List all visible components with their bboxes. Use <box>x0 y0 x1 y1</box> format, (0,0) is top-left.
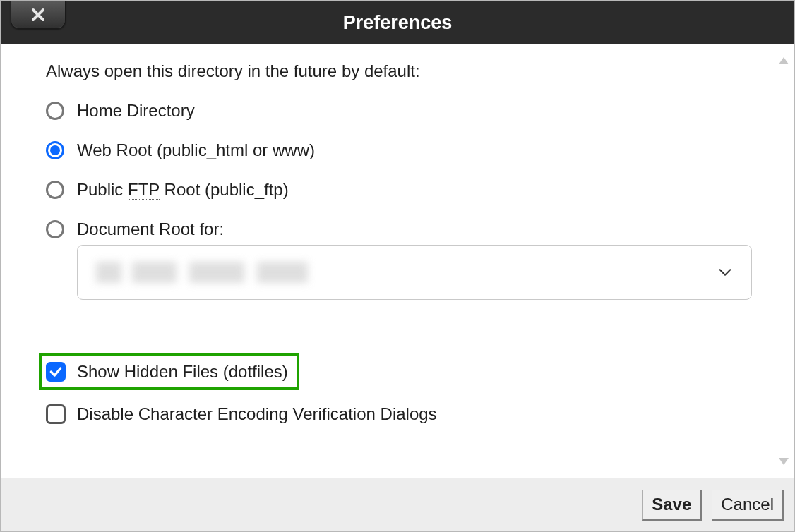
check-icon <box>49 365 63 379</box>
radio-webroot-label: Web Root (public_html or www) <box>77 140 315 160</box>
radio-docroot-row[interactable]: Document Root for: <box>46 219 773 239</box>
radio-home-label: Home Directory <box>77 101 195 121</box>
dialog-footer: Save Cancel <box>1 478 794 531</box>
radio-publicftp[interactable] <box>46 181 64 199</box>
check-show-hidden-row[interactable]: Show Hidden Files (dotfiles) <box>39 353 299 390</box>
close-icon <box>30 6 47 23</box>
prompt-text: Always open this directory in the future… <box>46 61 773 81</box>
radio-publicftp-suffix: Root (public_ftp) <box>160 180 289 199</box>
preferences-dialog: Preferences Always open this directory i… <box>0 0 795 532</box>
titlebar: Preferences <box>1 1 794 44</box>
checkbox-show-hidden[interactable] <box>46 362 66 382</box>
radio-home-row[interactable]: Home Directory <box>46 101 773 121</box>
radio-webroot[interactable] <box>46 141 64 159</box>
radio-docroot-label: Document Root for: <box>77 219 224 239</box>
check-disable-enc-row[interactable]: Disable Character Encoding Verification … <box>46 404 773 424</box>
domain-select-value <box>96 262 308 283</box>
cancel-button[interactable]: Cancel <box>712 490 784 521</box>
save-button[interactable]: Save <box>642 490 702 521</box>
scroll-up-icon[interactable] <box>779 57 789 64</box>
body-content: Always open this directory in the future… <box>1 44 773 478</box>
radio-publicftp-prefix: Public <box>77 180 128 199</box>
chevron-down-icon <box>717 265 733 280</box>
radio-home[interactable] <box>46 102 64 120</box>
check-show-hidden-label: Show Hidden Files (dotfiles) <box>77 362 288 382</box>
dialog-body: Always open this directory in the future… <box>1 44 794 478</box>
radio-publicftp-row[interactable]: Public FTP Root (public_ftp) <box>46 180 773 200</box>
radio-docroot[interactable] <box>46 220 64 238</box>
radio-publicftp-label: Public FTP Root (public_ftp) <box>77 180 289 200</box>
close-button[interactable] <box>11 1 66 29</box>
domain-select[interactable] <box>77 245 752 300</box>
dialog-title: Preferences <box>343 12 453 34</box>
radio-publicftp-ftp: FTP <box>128 180 160 200</box>
radio-webroot-row[interactable]: Web Root (public_html or www) <box>46 140 773 160</box>
scrollbar[interactable] <box>779 57 789 465</box>
scroll-down-icon[interactable] <box>779 458 789 465</box>
checkbox-disable-enc[interactable] <box>46 404 66 424</box>
check-disable-enc-label: Disable Character Encoding Verification … <box>77 404 437 424</box>
